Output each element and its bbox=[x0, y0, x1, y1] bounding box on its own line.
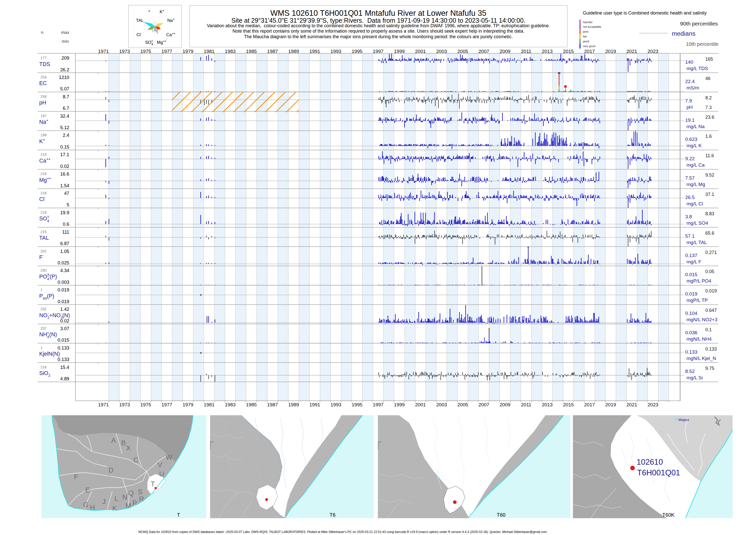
svg-text:Site at 29°31'45.0"E 31°29'39.: Site at 29°31'45.0"E 31°29'39.9"S, type:… bbox=[231, 17, 526, 24]
svg-text:Q: Q bbox=[128, 490, 134, 497]
svg-text:0.6: 0.6 bbox=[63, 221, 69, 227]
svg-text:mg/L TAL: mg/L TAL bbox=[687, 240, 707, 245]
svg-text:232: 232 bbox=[40, 307, 47, 311]
svg-text:2023: 2023 bbox=[648, 49, 658, 54]
svg-text:7.3: 7.3 bbox=[705, 105, 712, 110]
svg-text:11.6: 11.6 bbox=[705, 153, 714, 158]
svg-text:pH: pH bbox=[39, 99, 46, 106]
svg-text:1983: 1983 bbox=[225, 49, 235, 54]
svg-text:F: F bbox=[74, 473, 78, 481]
svg-text:mg/L K: mg/L K bbox=[687, 143, 702, 148]
svg-text:C: C bbox=[133, 456, 139, 464]
svg-text:1987: 1987 bbox=[267, 49, 278, 54]
svg-text:65.6: 65.6 bbox=[705, 231, 714, 236]
svg-text:0.15: 0.15 bbox=[60, 144, 69, 150]
svg-text:26.5: 26.5 bbox=[685, 195, 695, 200]
svg-text:2001: 2001 bbox=[415, 402, 426, 408]
svg-text:0.019: 0.019 bbox=[58, 287, 69, 293]
svg-text:6.7: 6.7 bbox=[63, 105, 69, 111]
svg-text:1.42: 1.42 bbox=[60, 306, 69, 312]
svg-text:4.34: 4.34 bbox=[60, 268, 69, 273]
svg-text:1.05: 1.05 bbox=[60, 249, 69, 254]
svg-text:T6H001Q01: T6H001Q01 bbox=[637, 468, 680, 477]
svg-text:mgN/L NH4: mgN/L NH4 bbox=[687, 336, 712, 342]
svg-text:177: 177 bbox=[40, 56, 47, 60]
svg-text:2011: 2011 bbox=[521, 49, 531, 54]
svg-text:poor: poor bbox=[583, 30, 589, 33]
svg-text:mgP/L TP: mgP/L TP bbox=[687, 297, 708, 303]
svg-text:1: 1 bbox=[40, 346, 42, 350]
svg-text:1995: 1995 bbox=[352, 49, 362, 54]
svg-text:mS/m: mS/m bbox=[687, 85, 699, 91]
svg-text:2.4: 2.4 bbox=[63, 132, 69, 138]
svg-text:J: J bbox=[102, 498, 106, 505]
svg-text:16.6: 16.6 bbox=[60, 171, 69, 177]
svg-text:1973: 1973 bbox=[119, 402, 130, 408]
svg-text:1971: 1971 bbox=[98, 402, 109, 408]
svg-text:mg/L SO4: mg/L SO4 bbox=[687, 220, 708, 226]
svg-text:0.647: 0.647 bbox=[705, 308, 717, 313]
svg-text:215: 215 bbox=[40, 230, 47, 234]
svg-text:2009: 2009 bbox=[500, 49, 510, 54]
svg-text:219: 219 bbox=[40, 211, 47, 214]
svg-text:5.12: 5.12 bbox=[60, 125, 69, 130]
svg-text:1999: 1999 bbox=[394, 49, 405, 54]
svg-text:1210: 1210 bbox=[59, 75, 69, 80]
svg-text:U: U bbox=[159, 470, 164, 478]
svg-text:19.1: 19.1 bbox=[685, 118, 695, 123]
svg-text:26.2: 26.2 bbox=[60, 67, 69, 72]
svg-text:1971: 1971 bbox=[98, 49, 109, 54]
svg-text:2017: 2017 bbox=[584, 402, 595, 408]
svg-text:0.623: 0.623 bbox=[685, 137, 697, 142]
svg-text:2003: 2003 bbox=[436, 402, 447, 408]
svg-text:1979: 1979 bbox=[182, 49, 193, 54]
svg-text:mgP/L PO4: mgP/L PO4 bbox=[687, 278, 712, 284]
svg-text:165: 165 bbox=[705, 57, 713, 62]
svg-text:Variation about the median, c: Variation about the median, colour-coded… bbox=[207, 23, 550, 28]
svg-text:46: 46 bbox=[705, 76, 711, 81]
svg-text:258: 258 bbox=[40, 95, 47, 99]
svg-text:mg/L Ca: mg/L Ca bbox=[687, 162, 705, 168]
svg-text:102610: 102610 bbox=[636, 458, 663, 466]
svg-text:mg/L F: mg/L F bbox=[687, 259, 701, 265]
svg-text:fair: fair bbox=[583, 35, 587, 38]
svg-text:1991: 1991 bbox=[310, 49, 320, 54]
svg-text:V: V bbox=[158, 461, 162, 469]
svg-text:1973: 1973 bbox=[119, 49, 130, 54]
svg-text:0.025: 0.025 bbox=[58, 260, 69, 266]
svg-text:mg/L Cl: mg/L Cl bbox=[687, 201, 703, 206]
svg-text:1985: 1985 bbox=[246, 49, 257, 54]
svg-text:209: 209 bbox=[61, 55, 69, 61]
svg-text:medians: medians bbox=[672, 30, 695, 37]
svg-text:2013: 2013 bbox=[542, 49, 553, 54]
svg-text:T: T bbox=[151, 480, 155, 488]
svg-text:2003: 2003 bbox=[436, 49, 447, 54]
svg-text:mg/L TDS: mg/L TDS bbox=[687, 66, 708, 71]
svg-text:0.137: 0.137 bbox=[685, 253, 697, 258]
svg-text:0.02: 0.02 bbox=[60, 163, 69, 169]
svg-text:0.019: 0.019 bbox=[685, 291, 697, 296]
svg-text:0.019: 0.019 bbox=[705, 288, 717, 294]
svg-text:Note that this report contains: Note that this report contains only some… bbox=[232, 29, 524, 34]
svg-text:7.9: 7.9 bbox=[685, 98, 692, 103]
svg-text:5.07: 5.07 bbox=[60, 86, 69, 92]
svg-text:17.1: 17.1 bbox=[60, 152, 69, 157]
svg-text:harmful: harmful bbox=[583, 21, 593, 24]
svg-text:min: min bbox=[62, 39, 69, 44]
svg-text:37.1: 37.1 bbox=[705, 192, 714, 197]
svg-text:8.83: 8.83 bbox=[705, 211, 714, 216]
svg-text:NCWQ Data for 102610 from copi: NCWQ Data for 102610 from copies of DWS … bbox=[138, 530, 547, 534]
svg-text:1975: 1975 bbox=[140, 49, 151, 54]
svg-text:1977: 1977 bbox=[161, 49, 172, 54]
svg-text:257: 257 bbox=[40, 326, 47, 330]
svg-text:1.6: 1.6 bbox=[705, 134, 712, 139]
svg-text:1: 1 bbox=[40, 288, 42, 292]
svg-text:201: 201 bbox=[40, 249, 47, 253]
svg-text:mg/L Si: mg/L Si bbox=[687, 375, 703, 380]
svg-text:90th percentiles: 90th percentiles bbox=[680, 21, 718, 26]
svg-text:good: good bbox=[583, 40, 589, 43]
svg-text:3.07: 3.07 bbox=[60, 326, 69, 331]
svg-text:T: T bbox=[177, 512, 180, 518]
svg-text:216: 216 bbox=[40, 152, 47, 156]
svg-text:0.015: 0.015 bbox=[685, 272, 697, 277]
